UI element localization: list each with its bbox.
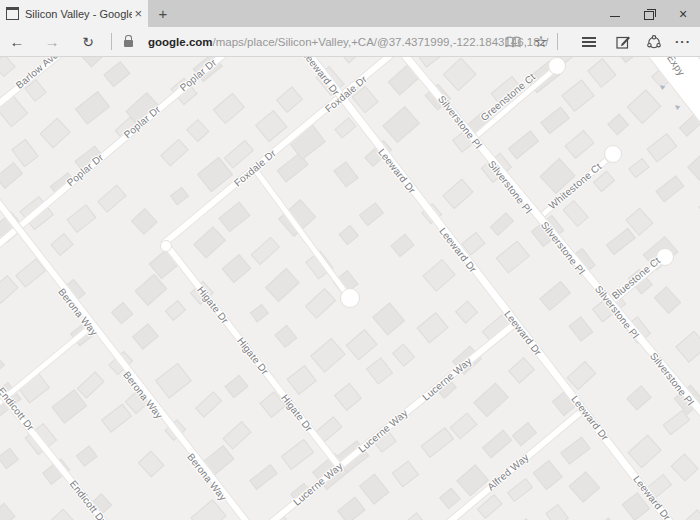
tab-title: Silicon Valley - Google M (25, 8, 132, 20)
building (104, 61, 132, 88)
close-button[interactable]: × (666, 0, 700, 27)
building (627, 434, 661, 467)
hub-button[interactable] (578, 27, 600, 56)
building (359, 201, 385, 226)
lock-icon (124, 40, 133, 47)
browser-window: Silicon Valley - Google M × + × ← → ↻ go… (0, 0, 700, 520)
building (39, 117, 70, 148)
building (564, 130, 594, 159)
hub-icon (582, 36, 596, 48)
web-note-button[interactable] (612, 27, 634, 56)
culdesac-bulb (340, 288, 360, 308)
building (333, 161, 358, 187)
back-button[interactable]: ← (8, 27, 26, 56)
building (310, 338, 346, 374)
building (655, 175, 684, 202)
building (366, 357, 393, 384)
building (334, 118, 356, 139)
building (546, 504, 569, 520)
building (507, 477, 533, 501)
building (334, 383, 362, 411)
building (626, 385, 651, 410)
building (606, 228, 636, 256)
favorites-star-button[interactable]: ☆ (530, 27, 552, 56)
culdesac-bulb (604, 145, 622, 163)
building (276, 86, 303, 113)
url-host: google.com (148, 36, 213, 48)
building (647, 132, 679, 162)
building (137, 451, 164, 478)
restore-button[interactable] (632, 0, 666, 27)
building (382, 106, 420, 143)
building (392, 343, 415, 367)
culdesac-bulb (160, 240, 172, 252)
book-icon (505, 36, 521, 48)
building (496, 240, 531, 273)
building (250, 237, 279, 266)
building (274, 325, 297, 348)
building (490, 212, 514, 236)
building (0, 503, 15, 520)
building (0, 162, 23, 189)
building (131, 209, 158, 236)
building (265, 268, 300, 303)
page-favicon-icon (6, 7, 19, 20)
navbar-divider-2 (557, 33, 558, 50)
building (186, 119, 210, 143)
share-icon (646, 34, 662, 50)
building (165, 300, 186, 321)
building (338, 225, 358, 245)
address-bar[interactable]: google.com/maps/place/Silicon+Valley,+CA… (148, 27, 549, 56)
building (305, 288, 336, 319)
restore-icon (644, 11, 654, 20)
road-foxdale-ct (252, 167, 350, 296)
building (628, 158, 650, 179)
building (482, 430, 512, 459)
building (442, 178, 473, 208)
building (191, 499, 227, 520)
building (66, 204, 96, 233)
building (74, 91, 109, 124)
google-maps-canvas[interactable]: ▲▲Barlow AvePoplar DrPoplar DrPoplar DrF… (0, 57, 700, 520)
building (50, 508, 77, 520)
building (561, 79, 595, 112)
refresh-button[interactable]: ↻ (79, 27, 97, 56)
tab-bar: Silicon Valley - Google M × + × (0, 0, 700, 27)
building (170, 186, 190, 205)
building (97, 184, 127, 213)
building (442, 57, 475, 90)
building (196, 391, 223, 417)
building (539, 281, 570, 311)
share-button[interactable] (643, 27, 665, 56)
one-way-arrow-icon: ▲ (671, 101, 682, 112)
building (281, 439, 314, 470)
minimize-button[interactable] (598, 0, 632, 27)
building (223, 421, 252, 449)
building (76, 445, 98, 466)
building (224, 374, 248, 397)
building (508, 357, 535, 383)
building (587, 58, 616, 88)
building (683, 509, 700, 520)
tabbar-spacer (178, 0, 598, 27)
building (455, 301, 478, 324)
street-label: Poplar Dr (178, 57, 219, 93)
minimize-icon (610, 16, 620, 17)
forward-button[interactable]: → (43, 27, 61, 56)
building (111, 301, 134, 324)
street-label: Bluestone Ct (610, 255, 663, 302)
building (193, 226, 225, 258)
more-button[interactable]: ··· (672, 27, 694, 56)
browser-tab[interactable]: Silicon Valley - Google M × (0, 0, 148, 27)
building (423, 259, 456, 291)
building (155, 363, 192, 399)
tab-close-icon[interactable]: × (134, 7, 142, 20)
building (627, 89, 662, 124)
new-tab-button[interactable]: + (148, 0, 178, 27)
building (568, 471, 600, 503)
building (222, 254, 252, 284)
building (0, 348, 6, 383)
close-icon: × (679, 7, 687, 21)
building (78, 57, 111, 67)
reading-view-button[interactable] (502, 27, 524, 56)
